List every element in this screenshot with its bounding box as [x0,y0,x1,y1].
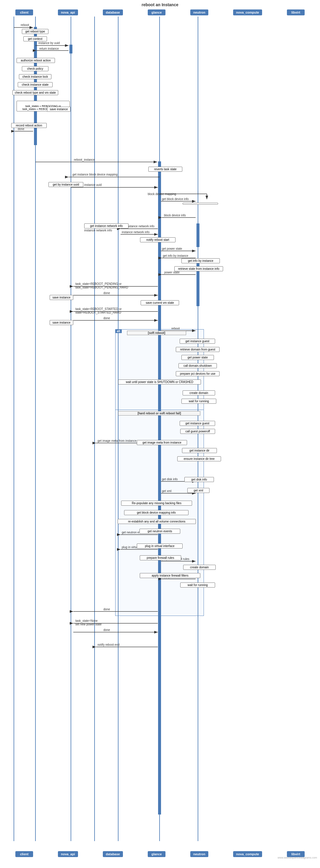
get-info-by-instance-box: get info by instance [182,258,220,263]
svg-rect-11 [69,44,72,54]
lifeline-client-top: client [15,9,33,16]
alt-label: alt [115,329,122,333]
check-instance-lock-box: check instance lock [19,74,52,79]
svg-text:task_state=REBOOT_PENDING_HARD: task_state=REBOOT_PENDING_HARD [75,286,128,289]
lifeline-client-bottom: client [15,851,33,857]
ensure-instance-dir-tree-box: ensure instance dir tree [177,456,221,461]
lifeline-nova-api-bottom: nova_api [58,851,78,857]
lifeline-nova-compute-bottom: nova_compute [233,851,262,857]
block-device-mapping-label: block device mapping [148,192,176,196]
svg-text:reboot_instance: reboot_instance [74,158,95,161]
create-domain-1-box: create domain [183,391,215,396]
save-instance-3-box: save instance [50,320,73,325]
repopulate-backing-files-box: Re-populate any missing backing files [121,501,192,506]
get-context-box: get context [23,36,47,41]
diagram-container: reboot instance by uuid return instance … [0,17,320,850]
lifeline-glance-bottom: glance [148,851,165,857]
check-policy-box: check policy [22,66,49,71]
page-title: reboot an Instance [0,0,320,8]
svg-text:notify reboot end: notify reboot end [97,643,120,646]
lifeline-neutron-bottom: neutron [190,851,208,857]
call-guest-poweroff-box: call guest.poweroff [180,429,215,434]
lifeline-database-top: database [103,9,123,16]
svg-text:done: done [103,316,110,320]
svg-text:reboot: reboot [21,23,29,27]
lifeline-nova-compute-top: nova_compute [233,9,262,16]
svg-text:set new power state: set new power state [75,623,102,626]
check-instance-state-box: check instance state [18,82,53,87]
lifeline-database-bottom: database [103,851,123,857]
get-disk-info-box: get disk info [184,477,214,482]
lifeline-libvirt-bottom: libvirt [287,851,305,857]
get-block-device-mapping-info-box: get block device mapping info [124,510,189,515]
call-domain-shutdown-box: call domain.shutdown [179,363,217,368]
get-reboot-type-box: get reboot type [22,29,49,34]
reverts-task-state-box: reverts task state [148,167,182,172]
svg-text:get instance block device mapp: get instance block device mapping [72,173,118,176]
get-block-device-info-box [183,203,218,205]
re-establish-volume-connections-box: re-establish any and all volume connecti… [118,519,196,524]
svg-text:instance by uuid: instance by uuid [38,41,60,44]
get-instance-guest-box: get instance guest [180,339,215,344]
retrieve-domain-from-guest-box: retrieve domain from guest [176,347,220,352]
get-instance-network-info-box: get instance network info [84,223,129,228]
lifeline-glance-top: glance [148,9,165,16]
alt-divider [115,410,204,410]
apply-instance-firewall-filters-box: apply instance firewall filters [140,573,200,578]
lifeline-nova-api-top: nova_api [58,9,78,16]
get-instance-dir-box: get instance dir [182,448,217,453]
retrieve-state-box: retrieve state from instance info [174,266,223,271]
get-neutron-events-box: get neutron events [139,529,180,534]
save-instance-2-box: save instance [50,295,73,300]
lifeline-header-top: client nova_api database glance neutron … [0,8,320,17]
svg-text:get power state: get power state [162,247,182,250]
get-by-instance-uuid-box: get by instance uuid [49,182,83,187]
wait-for-running-2-box: wait for running [180,583,215,588]
notify-reboot-start-box: notify reboot start [140,237,175,242]
svg-text:done: done [103,291,110,294]
create-domain-2-box: create domain [183,565,216,570]
prepare-pci-devices-box: prepare pci devices for use [176,371,220,376]
hard-reboot-label: [hard reboot or soft reboot fail] [118,411,200,415]
save-current-vm-state-box: save current vm state [141,300,179,305]
get-xml-box: get xml [187,488,210,493]
svg-text:get info by instance: get info by instance [163,254,189,257]
get-instance-guest-2-box: get instance guest [180,421,215,426]
svg-text:instance network info: instance network info [122,230,150,234]
svg-text:get block device info: get block device info [162,197,189,201]
save-instance-1-box: save instance [47,107,71,112]
svg-text:task_state=REBOOT_STARTED or: task_state=REBOOT_STARTED or [75,307,122,311]
svg-text:task_state=REBOOT_PENDING or: task_state=REBOOT_PENDING or [75,282,122,285]
wait-for-running-1-box: wait for running [182,399,216,404]
lifeline-libvirt-top: libvirt [287,9,305,16]
svg-text:block device info: block device info [164,214,186,217]
svg-rect-13 [196,223,199,247]
authorize-reboot-action-box: authorize reboot action [17,58,55,63]
svg-rect-10 [34,132,37,145]
svg-text:state=REBOOT_STARTED_HARD: state=REBOOT_STARTED_HARD [75,311,121,314]
lifeline-neutron-top: neutron [190,9,208,16]
plug-in-virtual-interface-box: plug in virtual interface [137,544,183,549]
soft-reboot-label: [soft reboot] [127,331,186,335]
get-image-meta-box: get image meta from instance [137,440,187,445]
instance-network-info-label: instance network info [84,229,112,232]
svg-rect-9 [34,27,37,132]
get-power-state-soft-box: get power state [182,355,214,360]
record-reboot-action-box: record reboot action [11,123,47,128]
lifeline-header-bottom: client nova_api database glance neutron … [0,850,320,858]
svg-text:done: done [103,608,110,611]
check-reboot-type-vm-state-box: check reboot type and vm state [12,90,58,95]
svg-text:return instance: return instance [39,47,59,50]
wait-power-state-box: wait until power state is SHUTDOWN or CR… [118,379,201,384]
prepare-firewall-rules-box: prepare firewall rules [140,555,181,560]
svg-text:done: done [103,628,110,631]
svg-text:task_state=None: task_state=None [75,619,98,622]
